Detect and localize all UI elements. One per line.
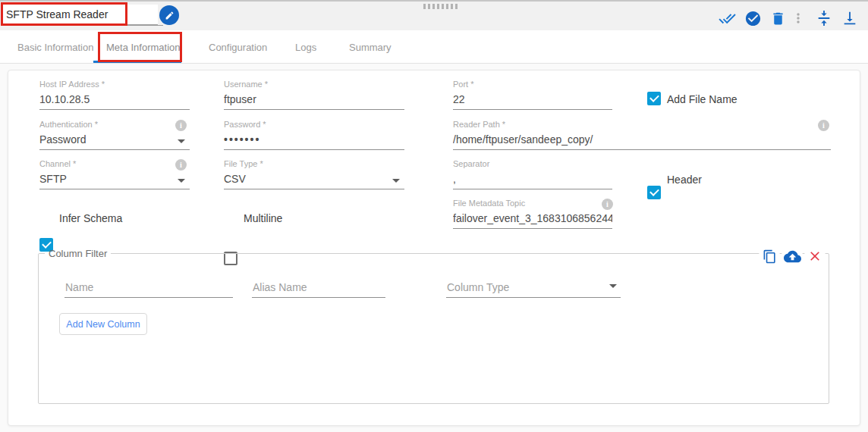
infer-schema-label: Infer Schema <box>59 212 122 224</box>
delete-component-button[interactable] <box>769 9 787 27</box>
upload-column-filter-button[interactable] <box>782 246 803 267</box>
header-checkbox[interactable] <box>647 186 661 199</box>
file-metadata-topic-value[interactable]: failover_event_3_1683106856244_178 <box>453 211 612 226</box>
separator-label: Separator <box>453 158 612 171</box>
username-field[interactable]: Username * ftpuser <box>224 79 404 110</box>
collapse-panel-button[interactable] <box>815 9 833 27</box>
tab-summary[interactable]: Summary <box>349 42 392 53</box>
add-new-column-button[interactable]: Add New Column <box>59 313 147 335</box>
copy-column-filter-button[interactable] <box>759 246 780 267</box>
channel-value[interactable]: SFTP <box>39 171 190 186</box>
edit-pencil-icon <box>165 11 175 20</box>
reader-path-value[interactable]: /home/ftpuser/sandeep_copy/ <box>453 132 831 147</box>
remove-column-filter-button[interactable] <box>804 246 826 267</box>
close-x-icon <box>807 249 822 264</box>
channel-info-icon[interactable] <box>175 159 187 171</box>
column-type-dropdown-arrow[interactable] <box>609 284 617 288</box>
tab-configuration[interactable]: Configuration <box>209 42 267 53</box>
more-vertical-icon <box>791 11 806 26</box>
tab-basic-information[interactable]: Basic Information <box>17 42 93 53</box>
reader-path-field[interactable]: Reader Path * /home/ftpuser/sandeep_copy… <box>453 119 831 150</box>
port-label: Port * <box>453 79 612 92</box>
file-type-select[interactable]: File Type * CSV <box>224 158 404 189</box>
active-tab-indicator <box>93 61 181 63</box>
separator-value[interactable]: , <box>453 171 612 186</box>
vertical-align-bottom-icon <box>841 10 858 27</box>
authentication-dropdown-arrow[interactable] <box>178 139 185 143</box>
host-ip-label: Host IP Address * <box>39 79 190 92</box>
authentication-label: Authentication * <box>39 119 190 132</box>
file-metadata-topic-info-icon[interactable] <box>602 199 613 210</box>
channel-select[interactable]: Channel * SFTP <box>39 158 190 189</box>
column-alias-input[interactable] <box>252 277 385 298</box>
vertical-align-center-icon <box>816 10 832 27</box>
reader-path-info-icon[interactable] <box>818 120 829 131</box>
username-value[interactable]: ftpuser <box>224 92 404 107</box>
password-value[interactable]: ••••••• <box>224 132 404 147</box>
edit-title-button[interactable] <box>159 5 179 25</box>
authentication-select[interactable]: Authentication * Password <box>39 119 190 150</box>
check-circle-icon <box>744 10 762 27</box>
more-options-button[interactable] <box>789 9 807 27</box>
authentication-info-icon[interactable] <box>175 120 187 131</box>
port-value[interactable]: 22 <box>453 92 612 107</box>
authentication-value[interactable]: Password <box>39 132 190 147</box>
separator-field[interactable]: Separator , <box>453 158 612 189</box>
column-name-input[interactable] <box>64 277 233 298</box>
password-label: Password * <box>224 119 404 132</box>
host-ip-value[interactable]: 10.10.28.5 <box>39 92 190 107</box>
copy-icon <box>763 249 777 264</box>
reader-path-label: Reader Path * <box>453 119 831 132</box>
tab-meta-information[interactable]: Meta Information <box>106 42 181 53</box>
username-label: Username * <box>224 79 404 92</box>
file-type-value[interactable]: CSV <box>224 171 404 186</box>
host-ip-field[interactable]: Host IP Address * 10.10.28.5 <box>39 79 190 110</box>
add-file-name-checkbox[interactable] <box>647 92 661 105</box>
download-button[interactable] <box>841 9 859 27</box>
validate-all-button[interactable] <box>718 9 736 27</box>
trash-icon <box>770 11 786 27</box>
file-metadata-topic-field[interactable]: File Metadata Topic failover_event_3_168… <box>453 198 612 229</box>
column-filter-legend: Column Filter <box>45 248 111 259</box>
column-filter-group: Column Filter <box>38 248 829 404</box>
multiline-label: Multiline <box>244 212 282 224</box>
add-file-name-label: Add File Name <box>667 93 737 105</box>
title-input-underline <box>3 25 163 26</box>
channel-label: Channel * <box>39 158 190 171</box>
save-component-button[interactable] <box>744 9 762 27</box>
drag-handle-icon[interactable] <box>423 4 458 9</box>
double-check-icon <box>719 10 736 27</box>
tab-logs[interactable]: Logs <box>295 42 316 53</box>
file-type-label: File Type * <box>224 158 404 171</box>
component-title-input[interactable] <box>3 5 158 25</box>
column-type-select[interactable] <box>446 277 621 298</box>
cloud-upload-icon <box>784 248 801 265</box>
port-field[interactable]: Port * 22 <box>453 79 612 110</box>
file-type-dropdown-arrow[interactable] <box>392 179 400 183</box>
channel-dropdown-arrow[interactable] <box>178 179 185 183</box>
password-field[interactable]: Password * ••••••• <box>224 119 404 150</box>
file-metadata-topic-label: File Metadata Topic <box>453 198 612 211</box>
header-label: Header <box>667 174 702 186</box>
